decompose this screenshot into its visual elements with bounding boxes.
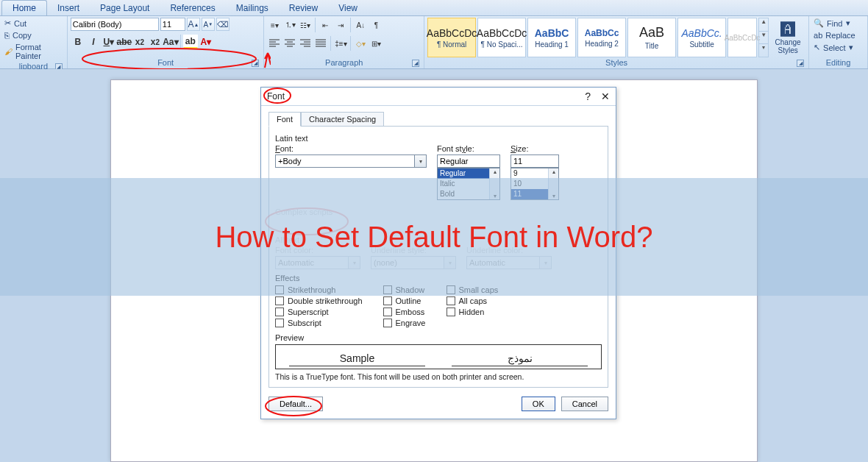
align-center-button[interactable]: [282, 36, 297, 51]
checkbox-all-caps[interactable]: All caps: [447, 296, 499, 305]
dialog-title: Font: [267, 91, 285, 102]
increase-indent-button[interactable]: ⇥: [333, 18, 348, 32]
dialog-help-button[interactable]: ?: [585, 90, 591, 102]
underline-button[interactable]: U▾: [102, 35, 116, 49]
styles-expand[interactable]: ▾: [759, 43, 768, 57]
show-marks-button[interactable]: ¶: [369, 18, 383, 32]
line-spacing-button[interactable]: ‡≡▾: [333, 36, 348, 51]
replace-label: Replace: [825, 31, 855, 40]
font-size-select[interactable]: [160, 18, 185, 31]
size-label: Size:: [511, 144, 562, 153]
tab-page-layout[interactable]: Page Layout: [90, 1, 160, 15]
preview-label: Preview: [275, 333, 602, 342]
copy-button[interactable]: ⎘ Copy: [3, 30, 64, 40]
justify-button[interactable]: [313, 36, 328, 51]
tab-home[interactable]: Home: [1, 0, 47, 15]
overlay-banner: How to Set Default Font in Word?: [0, 178, 868, 296]
style-heading2[interactable]: AaBbCc Heading 2: [577, 18, 626, 57]
group-clipboard: ✂ Cut ⎘ Copy 🖌 Format Painter lipboard ◢: [0, 16, 68, 68]
styles-scroll-up[interactable]: ▲: [759, 18, 768, 31]
clear-formatting-button[interactable]: ⌫: [216, 18, 230, 31]
change-styles-button[interactable]: 🅰 Change Styles: [770, 21, 805, 54]
checkbox-outline[interactable]: Outline: [383, 296, 426, 305]
editing-title: Editing: [812, 57, 864, 68]
select-label: Select: [823, 43, 846, 52]
italic-button[interactable]: I: [86, 35, 101, 49]
dialog-titlebar: Font ? ✕: [261, 88, 616, 106]
font-style-input[interactable]: [437, 154, 500, 168]
cancel-button[interactable]: Cancel: [561, 397, 608, 411]
style-no-spacing[interactable]: AaBbCcDc ¶ No Spaci...: [477, 18, 526, 57]
font-style-label: Font style:: [437, 144, 503, 153]
borders-button[interactable]: ⊞▾: [369, 36, 383, 51]
preview-sample-complex: نموذج: [452, 352, 588, 366]
checkbox-double-strikethrough[interactable]: Double strikethrough: [275, 296, 363, 305]
checkbox-engrave[interactable]: Engrave: [383, 319, 426, 327]
default-button[interactable]: Default...: [268, 397, 323, 411]
font-group-title: Font ◢: [71, 57, 261, 68]
replace-button[interactable]: ab Replace: [812, 30, 864, 40]
style-normal[interactable]: AaBbCcDc ¶ Normal: [427, 18, 476, 57]
copy-icon: ⎘: [4, 31, 10, 40]
style-heading1[interactable]: AaBbC Heading 1: [527, 18, 576, 57]
font-name-select[interactable]: [71, 18, 159, 31]
ribbon-tabs: Home Insert Page Layout References Maili…: [0, 0, 868, 16]
dialog-tab-character-spacing[interactable]: Character Spacing: [301, 112, 384, 127]
sort-button[interactable]: A↓: [353, 18, 368, 32]
tab-view[interactable]: View: [328, 1, 368, 15]
highlight-button[interactable]: ab: [183, 35, 198, 49]
styles-scroll-down[interactable]: ▼: [759, 31, 768, 44]
numbering-button[interactable]: ⒈▾: [282, 18, 297, 32]
style-subtitle[interactable]: AaBbCc. Subtitle: [677, 18, 726, 57]
ribbon: ✂ Cut ⎘ Copy 🖌 Format Painter lipboard ◢…: [0, 16, 868, 69]
subscript-button[interactable]: x2: [132, 35, 147, 49]
strikethrough-button[interactable]: abe: [117, 35, 132, 49]
change-styles-label: Change Styles: [770, 38, 805, 54]
tab-references[interactable]: References: [160, 1, 225, 15]
preview-box: Sample نموذج: [275, 344, 602, 369]
dialog-tab-font[interactable]: Font: [268, 112, 301, 127]
scroll-up-icon[interactable]: ▴: [494, 168, 497, 175]
style-title[interactable]: AaB Title: [627, 18, 676, 57]
grow-font-button[interactable]: A▲: [187, 18, 200, 31]
styles-launcher[interactable]: ◢: [797, 60, 804, 67]
style-more[interactable]: AaBbCcDc: [728, 18, 757, 57]
superscript-button[interactable]: x2: [148, 35, 163, 49]
latin-text-label: Latin text: [275, 134, 602, 143]
align-right-button[interactable]: [298, 36, 313, 51]
find-button[interactable]: 🔍 Find ▾: [812, 18, 864, 29]
bullets-button[interactable]: ≡▾: [267, 18, 282, 32]
dialog-close-button[interactable]: ✕: [601, 90, 610, 102]
multilevel-button[interactable]: ☷▾: [298, 18, 313, 32]
tab-insert[interactable]: Insert: [47, 1, 90, 15]
preview-sample-latin: Sample: [289, 352, 425, 366]
decrease-indent-button[interactable]: ⇤: [318, 18, 332, 32]
replace-icon: ab: [814, 31, 822, 40]
checkbox-hidden[interactable]: Hidden: [447, 308, 499, 316]
bold-button[interactable]: B: [71, 35, 85, 49]
font-color-button[interactable]: A▾: [199, 35, 213, 49]
cut-button[interactable]: ✂ Cut: [3, 18, 64, 29]
select-icon: ↖: [814, 43, 820, 52]
font-input[interactable]: [275, 154, 415, 168]
shading-button[interactable]: ◇▾: [353, 36, 368, 51]
font-group-launcher[interactable]: ◢: [252, 60, 259, 67]
size-input[interactable]: [511, 154, 559, 168]
paragraph-launcher[interactable]: ◢: [412, 60, 419, 67]
font-dropdown-button[interactable]: ▾: [415, 154, 427, 168]
checkbox-superscript[interactable]: Superscript: [275, 308, 363, 316]
select-button[interactable]: ↖ Select ▾: [812, 42, 864, 53]
styles-gallery[interactable]: AaBbCcDc ¶ Normal AaBbCcDc ¶ No Spaci...…: [427, 18, 769, 57]
tab-review[interactable]: Review: [279, 1, 328, 15]
brush-icon: 🖌: [4, 47, 13, 56]
ok-button[interactable]: OK: [522, 397, 555, 411]
tab-mailings[interactable]: Mailings: [226, 1, 279, 15]
shrink-font-button[interactable]: A▼: [202, 18, 215, 31]
group-editing: 🔍 Find ▾ ab Replace ↖ Select ▾ Editing: [809, 16, 868, 68]
change-case-button[interactable]: Aa▾: [163, 35, 178, 49]
checkbox-subscript[interactable]: Subscript: [275, 319, 363, 327]
styles-title: Styles ◢: [427, 57, 805, 68]
checkbox-emboss[interactable]: Emboss: [383, 308, 426, 316]
format-painter-button[interactable]: 🖌 Format Painter: [3, 42, 64, 61]
align-left-button[interactable]: [267, 36, 282, 51]
